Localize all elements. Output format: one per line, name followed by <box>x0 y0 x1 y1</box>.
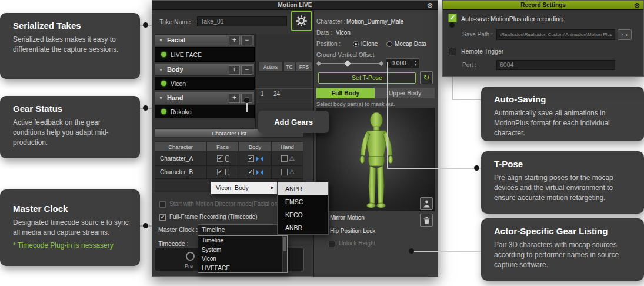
section-header-hand[interactable]: ▼ Hand + − <box>155 92 255 104</box>
callout-auto-saving: Auto-Saving Automatically save all anima… <box>481 87 644 141</box>
port-label: Port : <box>462 62 476 68</box>
remote-trigger-checkbox[interactable] <box>449 48 456 55</box>
ground-offset-label: Ground Vertical Offset <box>316 52 374 58</box>
position-label: Position : <box>316 41 341 47</box>
close-icon[interactable]: ⊗ <box>634 1 640 9</box>
connector-dot <box>449 22 455 28</box>
hand-checkbox[interactable] <box>281 169 288 175</box>
submenu-item-anbr[interactable]: ANBR <box>278 221 328 234</box>
section-name: Body <box>167 66 183 73</box>
body-checkbox[interactable]: ✓ <box>248 155 254 162</box>
table-row-character-a[interactable]: Character_A ✓ ✓ ⚠ <box>155 152 303 165</box>
scrollbar[interactable] <box>282 236 287 272</box>
submenu-item-emsc[interactable]: EMSC <box>278 195 328 208</box>
gear-name: LIVE FACE <box>171 51 202 58</box>
character-viewport[interactable] <box>316 108 435 211</box>
radio-mocap-data[interactable] <box>386 41 392 47</box>
gear-status-dot <box>161 81 166 86</box>
clock-option-liveface[interactable]: LIVEFACE <box>198 264 287 273</box>
add-gear-button[interactable]: + <box>229 65 240 75</box>
gear-name: Vicon <box>171 80 186 87</box>
face-checkbox[interactable]: ✓ <box>217 155 223 162</box>
clock-option-vicon[interactable]: Vicon <box>198 254 287 264</box>
motion-live-panel: Motion LIVE ⊗ Take Name : Take_01 ▼ Faci… <box>152 0 438 277</box>
actor-cell-value: 1 <box>261 91 264 97</box>
motion-director-checkbox[interactable] <box>159 201 166 208</box>
submenu-item-keco[interactable]: KECO <box>278 208 328 221</box>
body-checkbox[interactable]: ✓ <box>248 169 254 175</box>
panel-title: Record Settings <box>520 2 566 8</box>
spin-down-button[interactable]: ▼ <box>412 63 419 68</box>
tab-upper-body[interactable]: Upper Body <box>375 88 435 98</box>
phone-device-icon <box>225 155 229 162</box>
connector-line <box>452 99 481 100</box>
port-input[interactable]: 6004 <box>496 60 615 70</box>
browse-button[interactable]: ↪ <box>618 29 632 40</box>
connector-line <box>412 251 481 252</box>
gear-item-vicon[interactable]: Vicon <box>155 77 255 90</box>
callout-title: Master Clock <box>13 204 129 214</box>
connector-dot <box>409 248 414 254</box>
close-icon[interactable]: ⊗ <box>427 1 433 9</box>
tab-full-body[interactable]: Full Body <box>316 88 375 98</box>
slider-end-icon <box>379 61 383 66</box>
gear-menu-vicon-body[interactable]: Vicon_Body ▶ <box>211 182 277 194</box>
phone-device-icon <box>225 169 229 175</box>
warning-icon: ⚠ <box>289 169 295 175</box>
connector-dot <box>143 105 148 111</box>
autosave-checkbox[interactable]: ✓ <box>448 14 457 22</box>
section-header-body[interactable]: ▼ Body + − <box>155 64 255 76</box>
callout-body: Pair 3D characters with mocap sources ac… <box>494 240 633 270</box>
gear-menu-label: Vicon_Body <box>216 184 249 191</box>
table-row-character-b[interactable]: Character_B ✓ ✓ ⚠ <box>155 165 303 179</box>
gear-item-rokoko[interactable]: Rokoko <box>155 105 255 118</box>
fullframe-recording-label: Full-Frame Recording (Timecode) <box>169 214 258 220</box>
submenu-item-anpr[interactable]: ANPR <box>278 182 328 195</box>
section-name: Facial <box>167 36 185 44</box>
ground-offset-slider[interactable] <box>317 60 383 67</box>
scrollbar-thumb[interactable] <box>283 237 286 251</box>
callout-actor-gear-listing: Actor-Specific Gear Listing Pair 3D char… <box>481 218 644 281</box>
face-checkbox[interactable]: ✓ <box>217 169 223 175</box>
section-header-facial[interactable]: ▼ Facial + − <box>155 34 255 46</box>
clock-option-timeline[interactable]: Timeline <box>198 236 287 245</box>
master-clock-dropdown[interactable]: Timeline ▼ <box>198 224 288 235</box>
set-tpose-button[interactable]: Set T-Pose <box>318 72 416 84</box>
master-clock-label: Master Clock : <box>158 226 198 233</box>
refresh-button[interactable]: ↻ <box>420 71 433 84</box>
body-cell: ✓ <box>239 152 272 165</box>
unlock-height-checkbox[interactable] <box>329 241 335 247</box>
radio-iclone[interactable] <box>353 41 359 47</box>
ground-offset-input[interactable]: 0.000 ▲ ▼ <box>386 58 419 68</box>
save-path-input[interactable]: \Reallusion\Reallusion Custom\Animation\… <box>496 29 615 40</box>
take-name-label: Take Name : <box>159 18 194 25</box>
callout-serialized-takes: Serialized Takes Serialized takes makes … <box>0 13 140 79</box>
take-name-input[interactable]: Take_01 <box>197 16 287 26</box>
character-name: Character_B <box>155 166 207 178</box>
hip-position-lock-toggle[interactable]: Hip Position Lock <box>330 228 375 234</box>
add-gear-button[interactable]: + <box>229 94 240 103</box>
delete-character-button[interactable] <box>420 214 433 227</box>
hand-checkbox[interactable] <box>281 155 288 162</box>
callout-title: T-Pose <box>494 159 633 169</box>
actor-cell-value: 24 <box>273 91 280 97</box>
panel-title: Motion LIVE <box>278 2 312 8</box>
remove-gear-button[interactable]: − <box>241 65 252 75</box>
clock-option-system[interactable]: System <box>198 245 287 255</box>
hand-cell: ⚠ <box>272 152 304 165</box>
infographic-canvas: Serialized Takes Serialized takes makes … <box>0 0 644 286</box>
remove-gear-button[interactable]: − <box>241 36 252 45</box>
add-gear-button[interactable]: + <box>229 36 240 45</box>
gear-status-dot <box>161 109 166 114</box>
character-figure[interactable] <box>344 111 409 211</box>
column-header-face: Face <box>206 141 239 152</box>
load-character-button[interactable] <box>420 197 433 210</box>
gear-item-live-face[interactable]: LIVE FACE <box>155 47 255 62</box>
save-path-label: Save Path : <box>462 31 493 38</box>
mirror-motion-toggle[interactable]: Mirror Motion <box>330 214 365 221</box>
slider-end-icon <box>316 61 321 66</box>
record-settings-gear-button[interactable] <box>291 11 312 31</box>
fullframe-recording-checkbox[interactable]: ✓ <box>159 214 166 221</box>
slider-thumb[interactable] <box>344 60 351 66</box>
character-name: Character_A <box>155 152 207 165</box>
